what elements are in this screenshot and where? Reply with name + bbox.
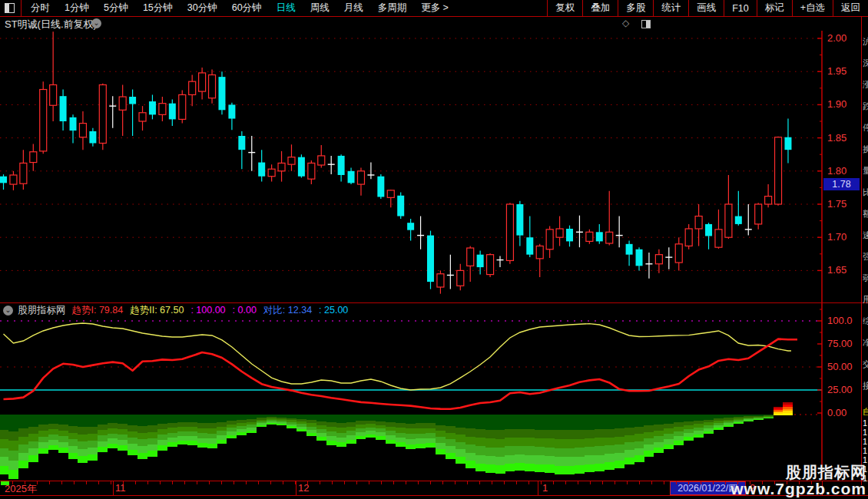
edge-glyph: 弱 [863,273,868,284]
date-minor-tick [344,481,345,484]
date-minor-tick [553,481,554,484]
date-minor-tick [160,481,161,484]
date-minor-tick [541,481,542,484]
window-split-icon[interactable] [5,3,15,13]
indicator-tick-label: 75.00 [827,338,853,349]
date-minor-tick [49,481,50,484]
date-minor-tick [98,481,99,484]
edge-glyph: 用 [863,294,868,306]
edge-glyph: 综 [863,316,868,327]
indicator-tick-label: 0.00 [827,407,846,418]
price-tick-label: 1.90 [827,98,846,110]
chevron-down-icon[interactable]: ⌄ [3,306,13,316]
tool-item[interactable]: +自选 [792,0,833,16]
period-item[interactable]: 分时 [31,2,50,15]
date-minor-tick [565,481,566,484]
trading-app-window: 分时1分钟5分钟15分钟30分钟60分钟日线周线月线多周期更多 > 复权叠加多股… [0,0,868,499]
indicator-source-label: 股朋指标网 [18,304,66,317]
period-item[interactable]: 月线 [344,2,363,15]
date-minor-tick [209,481,210,484]
mini-window-icon[interactable] [641,20,651,28]
tool-item[interactable]: F10 [724,0,757,16]
period-item[interactable]: 5分钟 [104,2,128,15]
period-item[interactable]: 更多 > [421,2,449,15]
date-minor-tick [86,481,87,484]
edge-glyph: 涨 [863,79,868,91]
price-tick-label: 2.00 [827,32,846,44]
chevron-down-icon[interactable]: ⌄ [91,18,101,28]
date-minor-tick [430,481,431,484]
indicator-value: 趋势I: 79.84 [72,304,124,317]
date-minor-tick [221,481,222,484]
period-menu: 分时1分钟5分钟15分钟30分钟60分钟日线周线月线多周期更多 > [31,2,449,15]
indicator-tick-label: 100.0 [827,315,853,326]
edge-number: 1 [863,437,868,446]
date-minor-tick [332,481,333,484]
month-label: 12 [298,482,309,494]
tool-item[interactable]: 复权 [547,0,582,16]
toolbar-divider [21,0,22,16]
date-minor-tick [246,481,247,484]
date-minor-tick [135,481,136,484]
price-tick-label: 1.80 [827,165,846,177]
right-edge-divider [861,16,862,485]
date-minor-tick [455,481,456,484]
edge-glyph: 量 [863,165,868,177]
indicator-chart[interactable] [0,303,868,480]
period-item[interactable]: 60分钟 [232,2,262,15]
date-minor-tick [688,481,689,484]
tool-item[interactable]: 返回 [833,0,868,16]
edge-glyph: 深 [863,58,868,69]
date-minor-tick [61,481,62,484]
date-minor-tick [713,481,714,484]
year-label: 2025年 [5,482,37,496]
tool-item[interactable]: 画线 [688,0,724,16]
indicator-value: : 25.00 [319,305,348,316]
edge-number: 1 [863,418,868,428]
indicator-value: 对比: 12.34 [263,304,312,317]
date-minor-tick [578,481,578,484]
tool-item[interactable]: 多股 [618,0,653,16]
date-minor-tick [270,481,271,484]
date-minor-tick [627,481,628,484]
period-item[interactable]: 15分钟 [143,2,173,15]
date-minor-tick [701,481,701,484]
date-minor-tick [172,481,173,484]
period-item[interactable]: 多周期 [378,2,407,15]
period-item[interactable]: 30分钟 [187,2,217,15]
candlestick-chart[interactable] [0,31,868,303]
date-minor-tick [184,481,185,484]
date-minor-tick [664,481,664,484]
date-separator [538,481,538,495]
date-minor-tick [12,481,13,484]
edge-number: 1 [863,428,868,437]
indicator-value: : 100.00 [190,305,225,316]
tool-item[interactable]: 标记 [757,0,792,16]
date-separator [113,481,114,495]
last-price-tag: 1.78 [823,178,860,190]
date-minor-tick [602,481,603,484]
price-tick-label: 1.85 [827,132,846,144]
watermark-url: www.7gpzb.com [731,481,866,497]
date-minor-tick [504,481,505,484]
edge-glyph: 交 [863,359,868,370]
indicator-tick-label: 25.00 [827,384,853,395]
edge-glyph: 净 [863,337,868,349]
date-minor-tick [516,481,517,484]
edge-glyph: 换 [863,144,868,155]
date-minor-tick [406,481,406,484]
tool-item[interactable]: 叠加 [582,0,618,16]
date-minor-tick [479,481,480,484]
tool-item[interactable]: 统计 [653,0,688,16]
date-minor-tick [369,481,369,484]
edge-glyph: 速 [863,230,868,241]
edge-glyph: 强 [863,251,868,263]
period-item[interactable]: 1分钟 [65,2,89,15]
diamond-icon[interactable]: ◇ [622,18,629,28]
edge-glyph-highlight: 自 [863,406,868,418]
edge-glyph: 跌 [863,101,868,112]
date-minor-tick [418,481,419,484]
date-minor-tick [393,481,394,484]
period-item[interactable]: 日线 [277,2,296,15]
period-item[interactable]: 周线 [310,2,330,15]
